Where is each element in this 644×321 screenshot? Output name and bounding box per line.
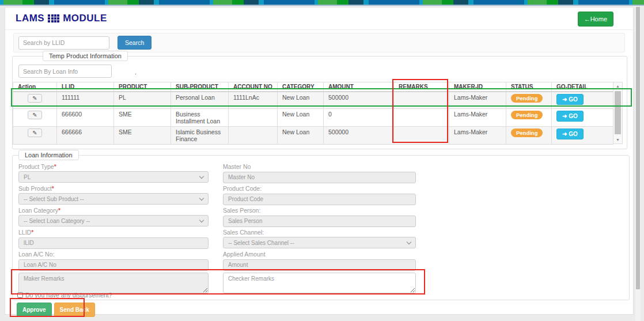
sales-channel-select[interactable]: -- Select Sales Channel --: [223, 237, 416, 248]
app-title: LAMS MODULE: [16, 13, 107, 24]
disbursement-row: Do you have any disbursement?: [17, 292, 112, 299]
triangle-down-icon[interactable]: ▼: [613, 138, 622, 142]
table-header-row: Action LLID PRODUCT SUB-PRODUCT ACCOUNT …: [13, 82, 613, 92]
product-table: Action LLID PRODUCT SUB-PRODUCT ACCOUNT …: [13, 82, 613, 145]
loan-information-section: Loan Information Product Type* PL Sub Pr…: [12, 155, 630, 300]
cell-amount: 0: [324, 108, 394, 126]
required-mark: *: [52, 185, 54, 192]
window-scrollbar-thumb[interactable]: [636, 7, 640, 289]
search-llid-input[interactable]: [18, 36, 109, 50]
go-detail-button[interactable]: ➜ GO: [556, 94, 584, 105]
status-badge: Pending: [511, 94, 543, 103]
maker-remarks-textarea[interactable]: [18, 273, 209, 293]
sub-product-label: Sub Product*: [18, 185, 209, 192]
stray-dot-text: .: [135, 69, 137, 75]
table-row[interactable]: ✎ 666666 SME Islamic Business Finance Ne…: [13, 126, 613, 144]
loan-information-legend: Loan Information: [18, 150, 79, 160]
edit-row-button[interactable]: ✎: [28, 94, 41, 103]
product-type-label: Product Type*: [18, 163, 209, 170]
status-badge: Pending: [511, 111, 543, 119]
sub-product-select[interactable]: -- Select Sub Product --: [18, 193, 209, 205]
cell-subproduct: Business Installment Loan: [171, 108, 229, 126]
approve-button[interactable]: Approve: [17, 303, 52, 317]
home-button[interactable]: ←Home: [578, 12, 613, 27]
master-no-field[interactable]: [223, 172, 416, 183]
cell-llid: 111111: [57, 92, 114, 108]
applied-amount-field[interactable]: [223, 259, 416, 271]
table-scrollbar[interactable]: ▲ ▼: [613, 82, 623, 144]
go-arrow-icon: ➜: [562, 113, 567, 119]
product-type-select[interactable]: PL: [18, 171, 209, 183]
form-column-left: Product Type* PL Sub Product* -- Select …: [18, 163, 209, 296]
table-row[interactable]: ✎ 111111 PL Personal Loan 1111LnAc New L…: [13, 92, 613, 108]
cell-category: New Loan: [278, 126, 324, 144]
table-row[interactable]: ✎ 666600 SME Business Installment Loan N…: [13, 108, 613, 126]
edit-icon: ✎: [32, 112, 37, 118]
form-column-right: Master No Product Code: Sales Person: Sa…: [223, 163, 416, 296]
brand-lams: LAMS: [16, 13, 44, 24]
loan-category-select[interactable]: -- Select Loan Category --: [18, 215, 209, 226]
cell-makerid: Lams-Maker: [449, 92, 506, 108]
required-mark: *: [31, 229, 33, 236]
cell-product: SME: [114, 126, 171, 144]
send-back-button[interactable]: Send Back: [54, 303, 95, 317]
temp-product-legend: Temp Product Information: [43, 51, 128, 61]
logo-grid-icon: [48, 14, 59, 22]
col-godetail: GO-DETAIL: [552, 82, 613, 92]
sales-person-field[interactable]: [223, 216, 416, 227]
llid-label: LLID*: [18, 229, 209, 236]
llid-field[interactable]: [18, 237, 209, 249]
cell-makerid: Lams-Maker: [449, 126, 506, 144]
col-subproduct: SUB-PRODUCT: [171, 82, 229, 92]
required-mark: *: [58, 207, 60, 214]
arrow-left-icon: ←: [584, 16, 590, 22]
product-table-wrap: Action LLID PRODUCT SUB-PRODUCT ACCOUNT …: [13, 82, 623, 145]
loan-ac-no-label: Loan A/C No:: [18, 251, 209, 258]
cell-accountno: [229, 126, 278, 144]
window-scrollbar[interactable]: [635, 7, 641, 321]
cell-makerid: Lams-Maker: [449, 108, 506, 126]
search-button[interactable]: Search: [118, 36, 151, 50]
col-product: PRODUCT: [114, 82, 171, 92]
col-action: Action: [13, 82, 57, 92]
product-code-label: Product Code:: [223, 185, 416, 192]
header-divider: [5, 29, 633, 30]
col-amount: AMOUNT: [324, 82, 394, 92]
edit-row-button[interactable]: ✎: [28, 129, 41, 137]
cell-subproduct: Islamic Business Finance: [171, 126, 229, 144]
edit-icon: ✎: [32, 130, 37, 136]
go-arrow-icon: ➜: [562, 131, 567, 137]
cell-category: New Loan: [278, 92, 324, 108]
cell-product: PL: [114, 92, 171, 108]
col-category: CATEGORY: [278, 82, 324, 92]
cell-accountno: [229, 108, 278, 126]
action-buttons: Approve Send Back: [17, 303, 95, 317]
required-mark: *: [54, 163, 56, 170]
product-code-field[interactable]: [223, 194, 416, 205]
loan-ac-no-field[interactable]: [18, 259, 209, 271]
col-remarks: REMARKS: [394, 82, 449, 92]
loan-info-filter-input[interactable]: [18, 65, 112, 78]
temp-product-section: Temp Product Information . Action LLID P…: [12, 56, 627, 149]
cell-subproduct: Personal Loan: [171, 92, 229, 108]
go-detail-button[interactable]: ➜ GO: [556, 129, 584, 139]
col-accountno: ACCOUNT NO: [229, 82, 278, 92]
main-card: LAMS MODULE ←Home Search Temp Product In…: [5, 7, 634, 315]
go-detail-button[interactable]: ➜ GO: [556, 111, 584, 122]
col-status: STATUS: [506, 82, 552, 92]
cell-product: SME: [114, 108, 171, 126]
disbursement-checkbox[interactable]: [17, 292, 23, 298]
llid-search-panel: Search: [13, 33, 625, 52]
cell-llid: 666666: [57, 126, 114, 144]
cell-amount: 500000: [324, 126, 394, 144]
sales-person-label: Sales Person:: [223, 207, 416, 214]
lams-module-page: LAMS MODULE ←Home Search Temp Product In…: [0, 0, 644, 321]
edit-icon: ✎: [32, 95, 37, 101]
cell-remarks: [394, 92, 449, 108]
checker-remarks-textarea[interactable]: [223, 273, 416, 293]
edit-row-button[interactable]: ✎: [28, 111, 41, 119]
cell-accountno: 1111LnAc: [229, 92, 278, 108]
triangle-up-icon[interactable]: ▲: [613, 84, 622, 88]
go-arrow-icon: ➜: [562, 96, 567, 103]
table-scrollbar-thumb[interactable]: [615, 91, 621, 134]
